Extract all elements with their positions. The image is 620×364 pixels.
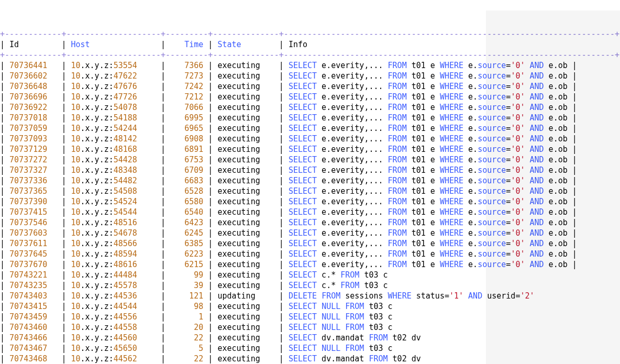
processlist-table: +------------+--------------------+-----… — [0, 29, 620, 364]
